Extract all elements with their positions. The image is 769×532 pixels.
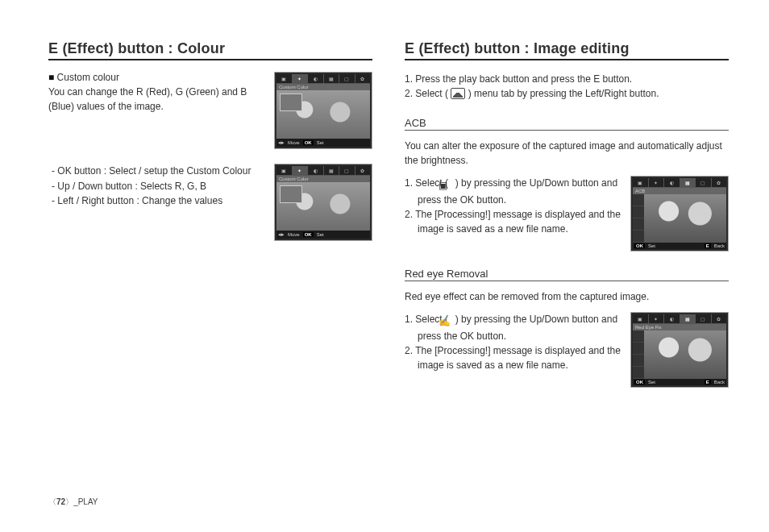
redeye-step-2: 2. The [Processing!] message is displaye… — [405, 343, 622, 372]
tab-icon: ◐ — [664, 178, 680, 187]
thumb-title: ACB — [633, 188, 726, 194]
tab-icon: ▢ — [696, 178, 712, 187]
footer-move: Move — [288, 140, 300, 145]
footer-back: Back — [714, 380, 725, 384]
tab-icon: ✿ — [712, 314, 727, 323]
tab-icon: ✦ — [649, 178, 665, 187]
control-ok: - OK button : Select / setup the Custom … — [52, 164, 266, 179]
arrows-icon: ◂▸ — [278, 139, 285, 146]
tab-icon: ▣ — [276, 74, 293, 83]
tab-icon: ▢ — [696, 314, 712, 323]
acb-step-2: 2. The [Processing!] message is displaye… — [405, 207, 622, 236]
footer-ok-label: OK — [634, 380, 645, 384]
footer-move: Move — [288, 232, 300, 237]
thumb-image — [276, 90, 370, 139]
tab-icon: ▦ — [680, 314, 696, 323]
footer-set: Set — [648, 243, 655, 248]
tab-icon: ✿ — [355, 74, 371, 83]
thumb-title: Custom Color — [276, 176, 370, 182]
rgb-bars — [280, 185, 302, 203]
intro-step-2-b: ) menu tab by pressing the Left/Right bu… — [465, 88, 659, 99]
acb-desc: You can alter the exposure of the captur… — [405, 139, 729, 168]
footer-e-label: E — [705, 380, 711, 384]
footer-ok-label: OK — [303, 232, 314, 237]
thumb-title: Red Eye Fix — [633, 324, 726, 330]
tab-icon: ▢ — [339, 74, 355, 83]
tab-icon: ▣ — [633, 178, 649, 187]
tab-icon: ▦ — [324, 166, 340, 175]
control-leftright: - Left / Right button : Change the value… — [52, 193, 266, 209]
arrows-icon: ◂▸ — [278, 231, 285, 238]
thumb-sidebar — [633, 330, 644, 379]
thumb-sidebar — [633, 194, 644, 243]
thumb-image — [644, 330, 726, 379]
custom-colour-desc: You can change the R (Red), G (Green) an… — [48, 85, 266, 114]
lcd-thumbnail-custom-color-2: ▣ ✦ ◐ ▦ ▢ ✿ Custom Color ◂▸ Move OK — [274, 164, 372, 241]
thumb-title: Custom Color — [276, 84, 370, 90]
intro-step-2: 2. Select ( ) menu tab by pressing the L… — [405, 86, 729, 101]
tab-icon: ✦ — [293, 74, 309, 83]
intro-step-1: 1. Press the play back button and press … — [405, 72, 729, 86]
footer-set: Set — [648, 380, 655, 384]
redeye-heading: Red eye Removal — [405, 268, 729, 281]
lcd-thumbnail-custom-color-1: ▣ ✦ ◐ ▦ ▢ ✿ Custom Color ◂▸ Move OK — [274, 72, 372, 149]
tab-icon: ▦ — [324, 74, 340, 83]
lcd-thumbnail-acb: ▣ ✦ ◐ ▦ ▢ ✿ ACB OK Set E Back — [630, 176, 729, 251]
tab-icon: ✦ — [293, 166, 309, 175]
tab-icon: ▣ — [633, 314, 649, 323]
footer-set: Set — [317, 232, 324, 237]
heading-image-editing: E (Effect) button : Image editing — [405, 40, 729, 60]
redeye-desc: Red eye effect can be removed from the c… — [405, 289, 729, 304]
page-section: _PLAY — [73, 497, 98, 506]
tab-icon: ◐ — [308, 74, 324, 83]
tab-icon: ◐ — [308, 166, 324, 175]
page-number: 72 — [56, 497, 65, 506]
page-footer: 〈72〉_PLAY — [48, 497, 98, 508]
tab-icon: ✦ — [649, 314, 665, 323]
rgb-bars — [280, 94, 302, 111]
tab-icon: ▢ — [339, 166, 355, 175]
redeye-step-1: 1. Select ( ✍ ) by pressing the Up/Down … — [405, 312, 622, 343]
thumb-image — [644, 194, 726, 243]
tab-icon: ✿ — [355, 166, 371, 175]
footer-ok-label: OK — [303, 140, 314, 145]
footer-set: Set — [317, 140, 324, 145]
tab-icon: ▣ — [276, 166, 293, 175]
lcd-thumbnail-redeye: ▣ ✦ ◐ ▦ ▢ ✿ Red Eye Fix OK Set E Back — [630, 312, 729, 388]
acb-step-1: 1. Select ( ▣ ) by pressing the Up/Down … — [405, 176, 622, 207]
control-updown: - Up / Down button : Selects R, G, B — [52, 179, 266, 194]
heading-colour: E (Effect) button : Colour — [48, 40, 372, 60]
footer-ok-label: OK — [634, 243, 645, 248]
right-column: E (Effect) button : Image editing 1. Pre… — [405, 40, 729, 508]
thumb-image — [276, 182, 370, 231]
tab-icon: ✿ — [712, 178, 727, 187]
tab-icon: ◐ — [664, 314, 680, 323]
intro-step-2-a: 2. Select ( — [405, 88, 451, 99]
left-column: E (Effect) button : Colour Custom colour… — [48, 40, 372, 508]
acb-heading: ACB — [405, 117, 729, 131]
tab-icon: ▦ — [680, 178, 696, 187]
footer-back: Back — [714, 243, 725, 248]
footer-e-label: E — [705, 243, 711, 248]
custom-colour-sub: Custom colour — [48, 72, 266, 83]
image-icon — [451, 88, 465, 99]
